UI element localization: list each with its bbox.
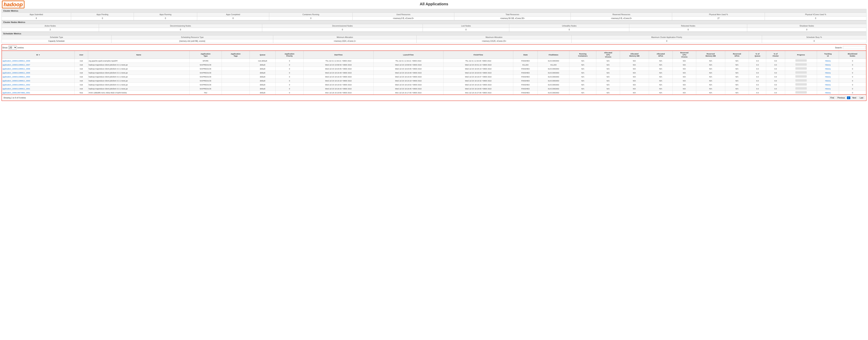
cell-tracking-ui[interactable]: History (817, 67, 839, 71)
table-row: application_1658128574862_0001hiveHIVE-1… (2, 91, 866, 95)
cell-progress (785, 87, 817, 91)
col-finish-time[interactable]: FinishTime (443, 51, 513, 59)
col-app-tags[interactable]: ApplicationTags (222, 51, 250, 59)
tracking-link[interactable]: History (825, 92, 831, 94)
current-page[interactable]: 1 (847, 96, 850, 99)
val-containers-running: 0 (269, 17, 352, 20)
prev-button[interactable]: Previous (836, 96, 846, 100)
app-id-link[interactable]: application_1658311089611_0001 (2, 88, 30, 90)
cell-tracking-ui[interactable]: History (817, 79, 839, 83)
col-pct-cluster[interactable]: % ofCluster (766, 51, 785, 59)
app-id-link[interactable]: application_1658128574862_0001 (2, 92, 30, 94)
table-row: application_1658311089611_0003roothadoop… (2, 79, 866, 83)
col-progress[interactable]: Progress (785, 51, 817, 59)
cell-tracking-ui[interactable]: History (817, 59, 839, 63)
cell-tracking-ui[interactable]: History (817, 87, 839, 91)
label-containers-running: Containers Running (269, 13, 352, 17)
app-id-link[interactable]: application_1658311089611_0004 (2, 76, 30, 78)
col-alloc-cpu[interactable]: AllocatedCPUVCores (596, 51, 620, 59)
app-id-link[interactable]: application_1658311089611_0006 (2, 68, 30, 70)
app-id-link[interactable]: application_1658311089611_0007 (2, 64, 30, 66)
applications-table: ID ▼ User Name ApplicationType Applicati… (2, 51, 866, 95)
tracking-link[interactable]: History (825, 76, 831, 78)
col-priority[interactable]: ApplicationPriority (276, 51, 303, 59)
app-id-link[interactable]: application_1658311089611_0003 (2, 80, 30, 82)
col-res-mem[interactable]: ReservedMemory MB (696, 51, 725, 59)
cell-id[interactable]: application_1658311089611_0003 (2, 79, 74, 83)
first-button[interactable]: First (829, 96, 835, 100)
tracking-link[interactable]: History (825, 84, 831, 86)
col-blacklisted[interactable]: BlacklistedNodes (839, 51, 866, 59)
tracking-link[interactable]: History (825, 60, 831, 62)
pagination[interactable]: First Previous 1 Next Last (829, 96, 865, 100)
col-res-cpu[interactable]: ReservedCPUVCores (673, 51, 696, 59)
col-tracking-ui[interactable]: TrackingUI (817, 51, 839, 59)
cell-id[interactable]: application_1658311089611_0001 (2, 87, 74, 91)
col-running-containers[interactable]: RunningContainers (569, 51, 596, 59)
cell-finish-time: Wed Jul 20 18:19:00 +0800 2022 (443, 87, 513, 91)
cell-tracking-ui[interactable]: History (817, 75, 839, 79)
cell-user: root (74, 71, 88, 75)
col-launch-time[interactable]: LaunchTime (373, 51, 443, 59)
show-entries-control[interactable]: Show 10 20 50 100 entries (2, 46, 24, 49)
cell-id[interactable]: application_1658311089611_0009 (2, 59, 74, 63)
val-apps-running: 0 (134, 17, 197, 20)
tracking-link[interactable]: History (825, 80, 831, 82)
cell-id[interactable]: application_1658311089611_0002 (2, 83, 74, 87)
cell-id[interactable]: application_1658311089611_0004 (2, 75, 74, 79)
next-button[interactable]: Next (851, 96, 858, 100)
col-alloc-gpu[interactable]: AllocatedGPUs (649, 51, 673, 59)
col-pct-queue[interactable]: % ofQueue (749, 51, 766, 59)
cell-res-cpu: N/A (673, 83, 696, 87)
app-id-link[interactable]: application_1658311089611_0002 (2, 84, 30, 86)
cell-user: root (74, 83, 88, 87)
label-phys-vcores: Physical VCores Used % (765, 13, 866, 17)
cell-tracking-ui[interactable]: History (817, 91, 839, 95)
label-scheduling-resource-type: Scheduling Resource Type (112, 35, 273, 39)
table-row: application_1658311089611_0007roothadoop… (2, 63, 866, 67)
cell-queue: default (250, 83, 276, 87)
cell-res-gpu: N/A (725, 71, 749, 75)
col-alloc-mem[interactable]: AllocatedMemory MB (620, 51, 649, 59)
col-app-type[interactable]: ApplicationType (189, 51, 222, 59)
app-id-link[interactable]: application_1658311089611_0009 (2, 60, 30, 62)
cell-id[interactable]: application_1658311089611_0005 (2, 71, 74, 75)
cell-start-time: Wed Jul 20 18:19:02 +0800 2022 (303, 83, 373, 87)
search-input[interactable] (843, 46, 866, 49)
col-final-status[interactable]: FinalStatus (538, 51, 569, 59)
cell-user: root (74, 87, 88, 91)
cell-start-time: Wed Jul 20 19:58:50 +0800 2022 (303, 63, 373, 67)
tracking-link[interactable]: History (825, 68, 831, 70)
cell-id[interactable]: application_1658311089611_0006 (2, 67, 74, 71)
cell-final-status: SUCCEEDED (538, 91, 569, 95)
cell-tracking-ui[interactable]: History (817, 63, 839, 67)
cell-state: FINISHED (513, 67, 538, 71)
cell-blacklisted: 0 (839, 75, 866, 79)
tracking-link[interactable]: History (825, 72, 831, 74)
cell-tracking-ui[interactable]: History (817, 83, 839, 87)
cell-res-mem: N/A (696, 83, 725, 87)
entries-select[interactable]: 10 20 50 100 (8, 46, 17, 49)
app-id-link[interactable]: application_1658311089611_0005 (2, 72, 30, 74)
cell-id[interactable]: application_1658128574862_0001 (2, 91, 74, 95)
tracking-link[interactable]: History (825, 64, 831, 66)
col-state[interactable]: State (513, 51, 538, 59)
cell-app-tags (222, 91, 250, 95)
cell-app-type: MAPREDUCE (189, 75, 222, 79)
col-user[interactable]: User (74, 51, 88, 59)
col-start-time[interactable]: StartTime (303, 51, 373, 59)
cell-tracking-ui[interactable]: History (817, 71, 839, 75)
col-res-gpu[interactable]: ReservedGPUs (725, 51, 749, 59)
col-id[interactable]: ID ▼ (2, 51, 74, 59)
cell-id[interactable]: application_1658311089611_0007 (2, 63, 74, 67)
col-queue[interactable]: Queue (250, 51, 276, 59)
cell-launch-time: Wed Jul 20 18:20:05 +0800 2022 (373, 67, 443, 71)
col-name[interactable]: Name (88, 51, 189, 59)
cell-blacklisted: 0 (839, 59, 866, 63)
cell-launch-time: Wed Jul 20 18:19:49 +0800 2022 (373, 71, 443, 75)
tracking-link[interactable]: History (825, 88, 831, 90)
val-reserved-resources: <memory:0 B, vCores:0> (571, 17, 672, 20)
cell-pct-queue: 0.0 (749, 79, 766, 83)
cell-alloc-cpu: N/A (596, 83, 620, 87)
last-button[interactable]: Last (858, 96, 865, 100)
